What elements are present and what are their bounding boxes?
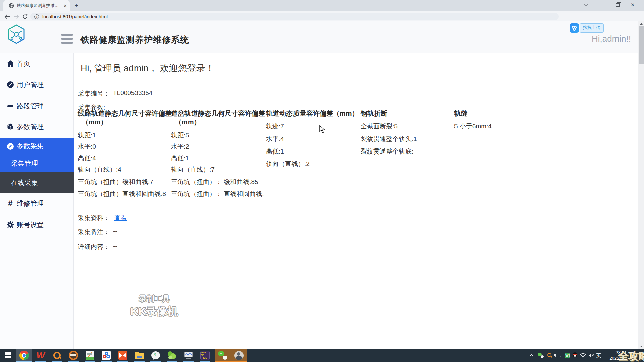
sidebar-item-collect-manage[interactable]: 采集管理 [0, 155, 74, 172]
param-line: 水平:4 [266, 135, 284, 143]
param-line: 轨向（直线）:7 [171, 165, 215, 174]
peas-icon [167, 351, 177, 360]
param-line: 轨距:1 [78, 131, 96, 140]
app-header: 铁路健康监测养护维修系统 Hi,admin!! [0, 21, 638, 53]
column-title: 道岔轨道静态几何尺寸容许偏差 [171, 109, 265, 118]
taskbar-notepad-app[interactable] [82, 349, 98, 362]
contact-avatar-icon [234, 351, 244, 360]
param-line: 轨距:5 [171, 131, 189, 140]
taskbar-eclipse-ide[interactable]: Java EEIDE [197, 349, 213, 362]
gear-icon [6, 221, 15, 229]
param-line: 5.小于6mm:4 [454, 122, 492, 131]
address-bar[interactable]: i localhost:801/panel/index.html [30, 13, 559, 20]
tray-wifi-icon[interactable] [579, 349, 587, 362]
taskbar-file-explorer[interactable] [131, 349, 147, 362]
tray-wps-icon[interactable]: W [563, 349, 571, 362]
cube-icon [6, 123, 15, 131]
scroll-down-arrow-icon[interactable] [638, 344, 644, 349]
sidebar-item-account[interactable]: 账号设置 [0, 216, 74, 233]
taskbar-chat-app[interactable] [148, 349, 164, 362]
scrollbar-thumb[interactable] [639, 26, 644, 64]
tray-battery-icon[interactable] [554, 349, 562, 362]
site-info-icon[interactable]: i [34, 14, 39, 19]
sidebar-item-label: 维修管理 [17, 199, 44, 208]
sidebar: 首页 用户管理 路段管理 参数管理 参数采集 采集管理 [0, 53, 74, 349]
sidebar-item-users[interactable]: 用户管理 [0, 76, 74, 94]
ninja-icon [69, 351, 78, 360]
main-content: Hi, 管理员 admin， 欢迎您登录！ 采集编号： TL000533354 … [74, 53, 638, 349]
header-user-greeting: Hi,admin!! [592, 34, 631, 44]
sidebar-item-param-collect[interactable]: 参数采集 [0, 138, 74, 155]
param-line: 轨向（直线）:2 [266, 160, 310, 168]
netdisk-upload-extension[interactable]: 拖拽上传 [570, 23, 604, 33]
sidebar-item-label: 采集管理 [11, 159, 38, 168]
sidebar-item-home[interactable]: 首页 [0, 55, 74, 72]
taskbar-contact-app[interactable] [231, 349, 247, 362]
compass-icon [6, 81, 15, 89]
collection-note-label: 采集备注： [78, 228, 110, 236]
hash-icon: # [6, 199, 15, 207]
tray-wechat-icon[interactable] [537, 349, 545, 362]
taskbar-ninja-app[interactable] [65, 349, 82, 362]
taskbar-trio-app[interactable] [98, 349, 114, 362]
param-line: 水平:0 [78, 142, 96, 151]
detail-label: 详细内容： [78, 243, 110, 251]
forward-button[interactable] [12, 12, 21, 21]
sidebar-item-online-collect[interactable]: 在线采集 [0, 172, 74, 193]
param-line: 三角坑（扭曲）： 直线和圆曲线: [171, 190, 264, 198]
param-line: 轨向（直线）:4 [78, 165, 121, 174]
sidebar-item-label: 参数采集 [17, 142, 44, 151]
taskbar-search-tool[interactable] [49, 349, 65, 362]
dash-icon [6, 105, 15, 107]
start-button[interactable] [0, 349, 16, 362]
eclipse-ide-icon: Java EEIDE [200, 351, 210, 360]
window-maximize-button[interactable] [611, 0, 625, 10]
screen: 铁路健康监测养护维修系统 ✕ + ✕ i localhost:801/panel… [0, 0, 644, 362]
param-line: 裂纹贯通整个轨头:1 [361, 135, 417, 143]
active-menu-group: 参数采集 采集管理 [0, 138, 74, 172]
notepad-icon [86, 351, 94, 360]
page-scrollbar[interactable] [638, 21, 644, 349]
home-icon [6, 60, 15, 67]
netdisk-icon[interactable] [570, 23, 579, 33]
window-minimize-button[interactable] [596, 0, 609, 10]
window-chevron-button[interactable] [579, 0, 592, 10]
collection-number-value: TL000533354 [113, 89, 152, 98]
taskbar-monitor-app[interactable] [180, 349, 197, 362]
browser-tabstrip: 铁路健康监测养护维修系统 ✕ + ✕ [0, 0, 644, 11]
tray-chevron-up-icon[interactable] [528, 349, 535, 362]
detail-row: 详细内容： -- [78, 243, 117, 251]
menu-hamburger-icon[interactable] [61, 34, 73, 44]
sidebar-item-label: 参数管理 [17, 122, 44, 131]
sidebar-item-parameters[interactable]: 参数管理 [0, 118, 74, 135]
page-title: 铁路健康监测养护维修系统 [80, 34, 189, 46]
taskbar: W Ja [0, 349, 644, 362]
param-line: 高低:4 [78, 154, 96, 163]
new-tab-button[interactable]: + [72, 2, 80, 10]
detail-value: -- [113, 243, 117, 251]
window-close-button[interactable]: ✕ [626, 0, 639, 10]
sidebar-item-sections[interactable]: 路段管理 [0, 97, 74, 115]
param-line: 高低:1 [171, 154, 189, 163]
tray-search-icon[interactable] [546, 349, 554, 362]
kk-recorder-icon [118, 351, 127, 360]
trio-circles-icon [102, 351, 111, 360]
back-button[interactable] [3, 12, 11, 21]
mouse-cursor [319, 125, 326, 133]
recorder-watermark-line2: KK录像机 [121, 304, 188, 319]
taskbar-chrome[interactable] [16, 349, 32, 362]
sidebar-item-label: 在线采集 [11, 178, 38, 187]
tab-close-icon[interactable]: ✕ [63, 4, 67, 8]
taskbar-wps[interactable]: W [33, 349, 49, 362]
sidebar-item-maintenance[interactable]: # 维修管理 [0, 195, 74, 212]
taskbar-kk-recorder[interactable] [115, 349, 131, 362]
taskbar-peas-app[interactable] [164, 349, 180, 362]
tray-qq-icon[interactable] [571, 349, 579, 362]
reload-button[interactable] [21, 12, 30, 21]
browser-tab[interactable]: 铁路健康监测养护维修系统 ✕ [3, 0, 70, 11]
windows-logo-icon [5, 352, 11, 358]
column-title-unit: （mm） [82, 118, 107, 127]
taskbar-wechat[interactable] [215, 349, 231, 362]
view-link[interactable]: 查看 [114, 214, 127, 222]
scroll-up-arrow-icon[interactable] [638, 21, 644, 26]
